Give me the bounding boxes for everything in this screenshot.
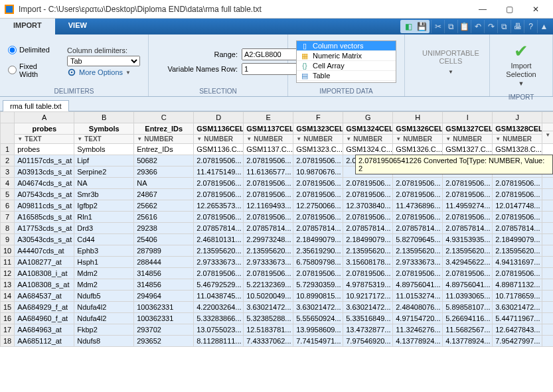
shortcuts-icon[interactable]: ◧ [402, 20, 415, 33]
cut-icon[interactable]: ✂ [431, 20, 444, 33]
cell[interactable]: 10.5020049... [244, 291, 293, 302]
cell[interactable]: 2.07819506... [393, 212, 443, 223]
cell[interactable]: 2.07857814... [393, 223, 443, 234]
cell[interactable]: 2.07 [542, 178, 553, 189]
cell[interactable]: AA108277_at [15, 257, 74, 268]
cell[interactable]: 5.44 [542, 313, 553, 324]
cell[interactable]: 3.63 [542, 302, 553, 313]
cell[interactable]: 13.0755023... [194, 324, 244, 336]
cell[interactable]: 4.22003264... [194, 302, 244, 313]
var-header[interactable]: ▼ [542, 123, 553, 144]
col-letter[interactable]: D [194, 112, 244, 123]
cell[interactable]: 4.97875319... [343, 279, 393, 291]
cell[interactable]: 25662 [134, 200, 194, 212]
row-number[interactable]: 9 [1, 234, 15, 245]
cell[interactable]: 314856 [134, 279, 194, 291]
cell[interactable] [393, 166, 443, 178]
paste-icon[interactable]: 📋 [457, 20, 471, 33]
cell[interactable]: 2.07819506... [343, 268, 393, 279]
cell[interactable]: 7.81 [542, 336, 553, 347]
cell[interactable]: 2.07819506... [244, 178, 293, 189]
radio-fixed-width[interactable]: Fixed Width [8, 62, 58, 78]
cell[interactable]: 5.89858107... [443, 302, 493, 313]
col-letter[interactable]: G [343, 112, 393, 123]
row-number[interactable]: 4 [1, 178, 15, 189]
cell[interactable]: 2.07819506... [493, 268, 542, 279]
cell[interactable]: 2.13595620... [244, 245, 293, 257]
row-number[interactable]: 6 [1, 200, 15, 212]
cell[interactable]: 2.07819506... [343, 189, 393, 200]
cell[interactable]: 287989 [134, 245, 194, 257]
cell[interactable]: 12.079 [343, 166, 393, 178]
var-header[interactable]: GSM1323CEL▼NUMBER [293, 123, 343, 144]
cell[interactable]: 2.07819506... [194, 178, 244, 189]
cell[interactable]: 2.13595620... [393, 245, 443, 257]
cell[interactable]: 4.13778924... [393, 336, 443, 347]
cell[interactable]: 2.29973248... [244, 234, 293, 245]
cell[interactable]: 10.9217172... [343, 291, 393, 302]
row-number[interactable]: 2 [1, 155, 15, 166]
help-icon[interactable]: ? [524, 20, 537, 33]
cell[interactable]: 12.0147748... [493, 200, 542, 212]
row-number[interactable]: 5 [1, 189, 15, 200]
var-header[interactable]: Entrez_IDs▼NUMBER [134, 123, 194, 144]
cell[interactable]: A03913cds_s_at [15, 166, 74, 178]
cell[interactable]: 2.07857814... [194, 223, 244, 234]
cell[interactable]: 5.33283866... [194, 313, 244, 324]
cell[interactable]: Mdm2 [74, 268, 134, 279]
cell[interactable]: GSM1326.C... [393, 144, 443, 155]
file-tab-current[interactable]: rma full table.txt [3, 100, 69, 111]
cell[interactable]: 2.07819506... [293, 155, 343, 166]
cell[interactable]: A01157cds_s_at [15, 155, 74, 166]
cell[interactable]: 10.9870676... [293, 166, 343, 178]
cell[interactable]: 3.63021472... [244, 302, 293, 313]
cell[interactable]: Igfbp2 [74, 200, 134, 212]
cell[interactable]: 2.07819506... [343, 178, 393, 189]
cell[interactable]: 2.18499079... [493, 234, 542, 245]
cell[interactable]: GSM1136.C... [194, 144, 244, 155]
cell[interactable]: 8.11288111... [194, 336, 244, 347]
cell[interactable]: Fkbp2 [74, 324, 134, 336]
cell[interactable]: probes [15, 144, 74, 155]
cell[interactable]: 2.07 [542, 212, 553, 223]
cell[interactable]: 100362331 [134, 302, 194, 313]
cell[interactable]: 4.89871132... [493, 279, 542, 291]
cell[interactable]: 11.4736896... [393, 200, 443, 212]
cell[interactable]: 2.97333673... [244, 257, 293, 268]
cell[interactable]: 2.97333673... [393, 257, 443, 268]
data-grid[interactable]: ABCDEFGHIJprobes▼TEXTSymbols▼TEXTEntrez_… [0, 111, 553, 392]
cell[interactable]: 2.07819506... [493, 155, 542, 166]
cell[interactable]: 2.07819506... [393, 268, 443, 279]
cell[interactable]: 4.93 [542, 234, 553, 245]
cell[interactable]: 2.07857814... [493, 223, 542, 234]
cell[interactable]: 2.07819506... [194, 155, 244, 166]
cell[interactable]: 4.89756041... [443, 279, 493, 291]
cell[interactable]: 2.13595620... [194, 245, 244, 257]
cell[interactable]: 2.07857814... [293, 223, 343, 234]
cell[interactable]: 5.46792529... [194, 279, 244, 291]
cell[interactable]: 2.07819506... [393, 155, 443, 166]
cell[interactable]: 2.07 [542, 155, 553, 166]
cell[interactable]: 11.0438745... [194, 291, 244, 302]
cell[interactable]: 5.32385288... [244, 313, 293, 324]
row-number[interactable]: 7 [1, 212, 15, 223]
cell[interactable]: Lipf [74, 155, 134, 166]
cell[interactable]: A07543cds_s_at [15, 189, 74, 200]
output-cell-array[interactable]: {}Cell Array [297, 61, 396, 71]
cell[interactable]: Cd44 [74, 234, 134, 245]
cell[interactable]: 12.1169493... [244, 200, 293, 212]
cell[interactable]: 2.07819506... [443, 212, 493, 223]
cell[interactable]: Drd3 [74, 223, 134, 234]
cell[interactable]: 293702 [134, 324, 194, 336]
cell[interactable]: AA108308_i_at [15, 268, 74, 279]
cell[interactable]: 2.07 [542, 189, 553, 200]
cell[interactable]: 2.68 [542, 245, 553, 257]
row-number[interactable]: 8 [1, 223, 15, 234]
cell[interactable] [542, 166, 553, 178]
cell[interactable]: 2.07819506... [244, 155, 293, 166]
cell[interactable]: 11.4175149... [194, 166, 244, 178]
cell[interactable]: 2.07 [542, 268, 553, 279]
col-letter[interactable]: A [15, 112, 74, 123]
cell[interactable]: NA [134, 178, 194, 189]
cell[interactable]: AA684537_at [15, 291, 74, 302]
